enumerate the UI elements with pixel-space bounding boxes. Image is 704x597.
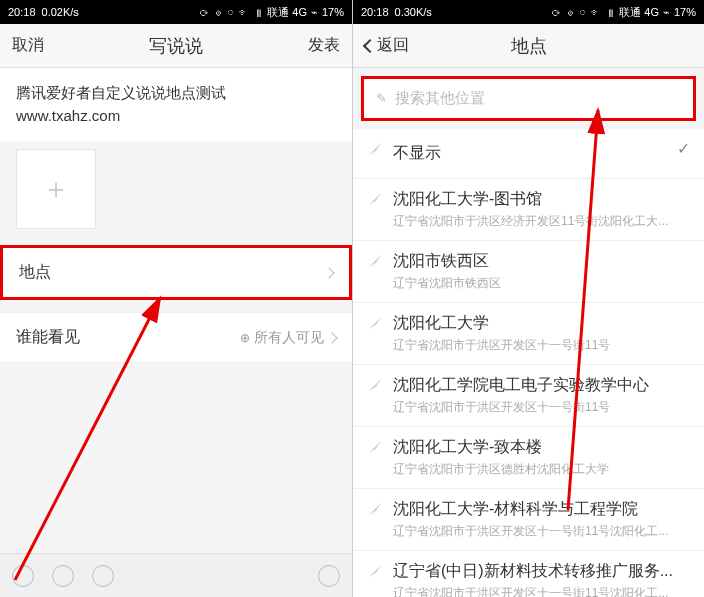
location-item[interactable]: 不显示✓ (353, 129, 704, 179)
status-bar: 20:18 0.02K/s ⟳ ⊘ ◌ ᯤ ⦀ 联通 4G ⌁ 17% (0, 0, 352, 24)
location-label: 地点 (19, 262, 51, 283)
location-arrow-icon (367, 501, 383, 517)
visibility-value: 所有人可见 (254, 329, 324, 347)
location-title: 辽宁省(中日)新材料技术转移推广服务... (393, 561, 690, 582)
location-title: 沈阳化工大学 (393, 313, 690, 334)
pencil-icon: ✎ (376, 91, 387, 106)
status-bar: 20:18 0.30K/s ⟳ ⊘ ◌ ᯤ ⦀ 联通 4G ⌁ 17% (353, 0, 704, 24)
location-subtitle: 辽宁省沈阳市于洪区德胜村沈阳化工大学 (393, 461, 690, 478)
search-input[interactable]: ✎ 搜索其他位置 (364, 79, 693, 118)
location-screen: 20:18 0.30K/s ⟳ ⊘ ◌ ᯤ ⦀ 联通 4G ⌁ 17% 返回 地… (352, 0, 704, 597)
location-subtitle: 辽宁省沈阳市铁西区 (393, 275, 690, 292)
location-item[interactable]: 沈阳化工大学-致本楼辽宁省沈阳市于洪区德胜村沈阳化工大学 (353, 427, 704, 489)
status-icons: ⟳ ⊘ ◌ ᯤ ⦀ (199, 7, 263, 18)
location-subtitle: 辽宁省沈阳市于洪区开发区十一号街11号 (393, 399, 690, 416)
location-item[interactable]: 辽宁省(中日)新材料技术转移推广服务...辽宁省沈阳市于洪区开发区十一号街11号… (353, 551, 704, 597)
location-subtitle: 辽宁省沈阳市于洪区开发区十一号街11号沈阳化工... (393, 585, 690, 597)
location-row[interactable]: 地点 (0, 245, 352, 300)
location-title: 沈阳市铁西区 (393, 251, 690, 272)
compose-screen: 20:18 0.02K/s ⟳ ⊘ ◌ ᯤ ⦀ 联通 4G ⌁ 17% 取消 写… (0, 0, 352, 597)
chevron-left-icon (363, 38, 377, 52)
globe-icon: ⊕ (240, 331, 250, 345)
clock-icon[interactable] (318, 565, 340, 587)
location-arrow-icon (367, 377, 383, 393)
location-item[interactable]: 沈阳化工大学辽宁省沈阳市于洪区开发区十一号街11号 (353, 303, 704, 365)
face-icon[interactable] (12, 565, 34, 587)
chevron-right-icon (323, 267, 334, 278)
back-label: 返回 (377, 35, 409, 56)
status-battery: 17% (674, 6, 696, 18)
status-speed: 0.30K/s (395, 6, 432, 18)
search-placeholder: 搜索其他位置 (395, 89, 485, 108)
status-icons: ⟳ ⊘ ◌ ᯤ ⦀ (551, 7, 615, 18)
location-title: 沈阳化工大学-致本楼 (393, 437, 690, 458)
compose-line2: www.txahz.com (16, 105, 336, 128)
status-speed: 0.02K/s (42, 6, 79, 18)
location-arrow-icon (367, 315, 383, 331)
check-icon: ✓ (677, 139, 690, 158)
chevron-right-icon (326, 332, 337, 343)
at-icon[interactable] (52, 565, 74, 587)
location-arrow-icon (367, 253, 383, 269)
battery-icon: ⌁ (663, 6, 670, 19)
location-arrow-icon (367, 191, 383, 207)
page-title: 写说说 (149, 34, 203, 58)
search-field-highlight: ✎ 搜索其他位置 (361, 76, 696, 121)
location-item[interactable]: 沈阳化工大学-材料科学与工程学院辽宁省沈阳市于洪区开发区十一号街11号沈阳化工.… (353, 489, 704, 551)
location-arrow-icon (367, 439, 383, 455)
status-carrier: 联通 4G (619, 5, 659, 20)
location-title: 沈阳化工学院电工电子实验教学中心 (393, 375, 690, 396)
location-subtitle: 辽宁省沈阳市于洪区开发区十一号街11号沈阳化工... (393, 523, 690, 540)
page-title: 地点 (511, 34, 547, 58)
compose-line1: 腾讯爱好者自定义说说地点测试 (16, 82, 336, 105)
visibility-label: 谁能看见 (16, 327, 80, 348)
location-title: 沈阳化工大学-材料科学与工程学院 (393, 499, 690, 520)
location-arrow-icon (367, 563, 383, 579)
battery-icon: ⌁ (311, 6, 318, 19)
status-carrier: 联通 4G (267, 5, 307, 20)
cancel-button[interactable]: 取消 (12, 35, 62, 56)
visibility-row[interactable]: 谁能看见 ⊕ 所有人可见 (0, 312, 352, 363)
camera-icon[interactable] (92, 565, 114, 587)
compose-textarea[interactable]: 腾讯爱好者自定义说说地点测试 www.txahz.com (0, 68, 352, 141)
location-title: 沈阳化工大学-图书馆 (393, 189, 690, 210)
location-title: 不显示 (393, 139, 667, 168)
add-photo-button[interactable]: ＋ (16, 149, 96, 229)
plus-icon: ＋ (42, 170, 70, 208)
status-time: 20:18 (8, 6, 36, 18)
status-time: 20:18 (361, 6, 389, 18)
nav-bar: 返回 地点 (353, 24, 704, 68)
back-button[interactable]: 返回 (365, 35, 415, 56)
location-arrow-icon (367, 141, 383, 157)
location-list: 不显示✓沈阳化工大学-图书馆辽宁省沈阳市于洪区经济开发区11号街沈阳化工大...… (353, 129, 704, 597)
location-subtitle: 辽宁省沈阳市于洪区经济开发区11号街沈阳化工大... (393, 213, 690, 230)
location-subtitle: 辽宁省沈阳市于洪区开发区十一号街11号 (393, 337, 690, 354)
bottom-toolbar (0, 553, 352, 597)
location-item[interactable]: 沈阳市铁西区辽宁省沈阳市铁西区 (353, 241, 704, 303)
nav-bar: 取消 写说说 发表 (0, 24, 352, 68)
publish-button[interactable]: 发表 (290, 35, 340, 56)
location-item[interactable]: 沈阳化工学院电工电子实验教学中心辽宁省沈阳市于洪区开发区十一号街11号 (353, 365, 704, 427)
location-item[interactable]: 沈阳化工大学-图书馆辽宁省沈阳市于洪区经济开发区11号街沈阳化工大... (353, 179, 704, 241)
status-battery: 17% (322, 6, 344, 18)
